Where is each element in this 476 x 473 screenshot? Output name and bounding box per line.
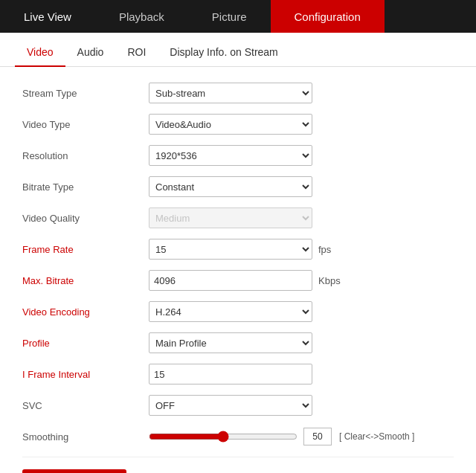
- profile-row: Profile Baseline Profile Main Profile Hi…: [22, 332, 454, 354]
- resolution-label: Resolution: [22, 150, 149, 161]
- video-type-row: Video Type Video&Audio Video Audio: [22, 113, 454, 135]
- video-type-select[interactable]: Video&Audio Video Audio: [149, 114, 312, 135]
- video-quality-select[interactable]: Low Medium High: [149, 207, 312, 228]
- video-encoding-label: Video Encoding: [22, 306, 149, 318]
- bitrate-type-select[interactable]: Constant Variable: [149, 176, 312, 197]
- stream-type-select[interactable]: Main Stream(Normal) Sub-stream Third Str…: [149, 83, 312, 103]
- frame-rate-label: Frame Rate: [22, 244, 149, 255]
- smoothing-control: 50 [ Clear<->Smooth ]: [149, 428, 414, 445]
- frame-rate-row: Frame Rate 1234 5678 101215 162025 fps: [22, 238, 454, 260]
- video-type-label: Video Type: [22, 119, 149, 130]
- resolution-select[interactable]: 1920*536 1280*360 640*180: [149, 145, 312, 166]
- bitrate-type-row: Bitrate Type Constant Variable: [22, 176, 454, 198]
- video-quality-row: Video Quality Low Medium High: [22, 207, 454, 229]
- max-bitrate-input[interactable]: [149, 270, 312, 291]
- iframe-interval-input[interactable]: [149, 364, 312, 384]
- nav-picture[interactable]: Picture: [188, 0, 271, 33]
- frame-rate-select[interactable]: 1234 5678 101215 162025: [149, 239, 312, 260]
- max-bitrate-row: Max. Bitrate Kbps: [22, 269, 454, 292]
- nav-configuration[interactable]: Configuration: [271, 0, 385, 33]
- max-bitrate-label: Max. Bitrate: [22, 275, 149, 286]
- stream-type-label: Stream Type: [22, 88, 149, 99]
- smoothing-slider[interactable]: [149, 431, 298, 443]
- top-navigation: Live View Playback Picture Configuration: [0, 0, 476, 33]
- smoothing-value: 50: [303, 428, 332, 445]
- tab-display-info[interactable]: Display Info. on Stream: [158, 39, 290, 67]
- stream-type-row: Stream Type Main Stream(Normal) Sub-stre…: [22, 82, 454, 104]
- smoothing-row: Smoothing 50 [ Clear<->Smooth ]: [22, 425, 454, 448]
- tab-roi[interactable]: ROI: [115, 39, 158, 67]
- profile-label: Profile: [22, 338, 149, 349]
- tab-video[interactable]: Video: [15, 39, 65, 67]
- svc-select[interactable]: OFF ON: [149, 395, 312, 416]
- tab-audio[interactable]: Audio: [65, 39, 116, 67]
- svc-row: SVC OFF ON: [22, 394, 454, 416]
- sub-tab-bar: Video Audio ROI Display Info. on Stream: [0, 39, 476, 67]
- frame-rate-unit: fps: [318, 244, 331, 255]
- max-bitrate-unit: Kbps: [318, 275, 341, 286]
- nav-playback[interactable]: Playback: [95, 0, 188, 33]
- profile-select[interactable]: Baseline Profile Main Profile High Profi…: [149, 332, 312, 353]
- video-settings-form: Stream Type Main Stream(Normal) Sub-stre…: [0, 67, 476, 473]
- iframe-interval-label: I Frame Interval: [22, 369, 149, 380]
- video-encoding-select[interactable]: H.264 H.265 MJPEG: [149, 301, 312, 322]
- save-button[interactable]: 💾 Save: [22, 469, 126, 473]
- iframe-interval-row: I Frame Interval: [22, 363, 454, 385]
- form-divider: [22, 457, 454, 457]
- resolution-row: Resolution 1920*536 1280*360 640*180: [22, 144, 454, 167]
- svc-label: SVC: [22, 400, 149, 411]
- nav-live-view[interactable]: Live View: [0, 0, 95, 33]
- bitrate-type-label: Bitrate Type: [22, 181, 149, 193]
- smoothing-hint: [ Clear<->Smooth ]: [339, 431, 414, 442]
- video-quality-label: Video Quality: [22, 213, 149, 224]
- smoothing-label: Smoothing: [22, 431, 149, 443]
- video-encoding-row: Video Encoding H.264 H.265 MJPEG: [22, 300, 454, 323]
